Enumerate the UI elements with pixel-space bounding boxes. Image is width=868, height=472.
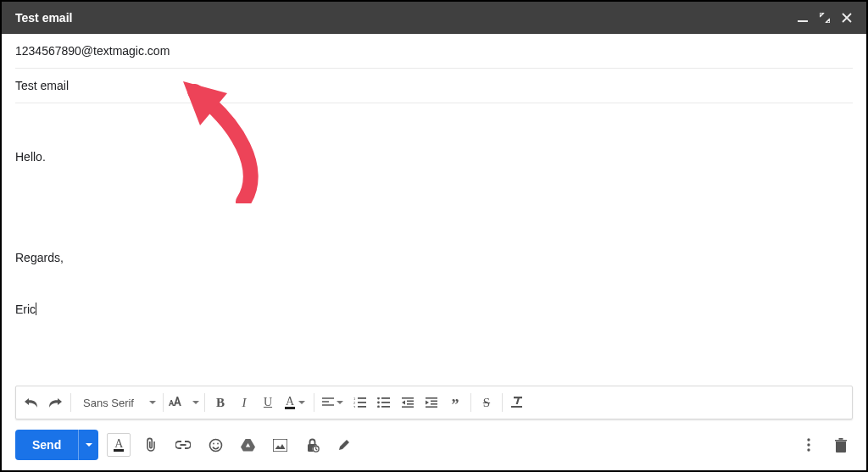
svg-point-30 [807,443,810,446]
separator [163,393,164,412]
svg-rect-15 [407,403,414,405]
numbered-list-icon[interactable]: 123 [348,391,372,414]
send-button-group: Send [15,430,98,460]
svg-point-31 [807,448,810,451]
formatting-toolbar: Sans Serif B I U A 123 [15,386,853,419]
indent-less-icon[interactable] [396,391,420,414]
window-title: Test email [15,11,790,25]
text-caret [36,303,36,315]
svg-rect-13 [402,397,414,399]
svg-rect-1 [358,397,366,399]
titlebar: Test email [2,2,866,34]
svg-rect-19 [431,403,437,405]
compose-window: Test email 1234567890@textmagic.com Test… [2,2,866,470]
svg-rect-10 [381,397,390,399]
italic-icon[interactable]: I [232,391,256,414]
body-line: Hello. [15,148,853,165]
font-family-label: Sans Serif [83,397,134,409]
svg-rect-17 [426,397,437,399]
separator [204,393,205,412]
insert-emoji-icon[interactable] [203,433,227,457]
svg-rect-25 [273,439,287,452]
bulleted-list-icon[interactable] [372,391,396,414]
svg-rect-14 [407,401,414,403]
formatting-toggle-icon[interactable]: A [107,433,131,457]
expand-icon[interactable] [815,8,834,27]
svg-point-24 [217,442,219,444]
remove-formatting-icon[interactable] [506,391,530,414]
font-family-select[interactable]: Sans Serif [75,391,159,414]
underline-icon[interactable]: U [256,391,280,414]
font-size-button[interactable] [167,391,201,414]
separator [502,393,503,412]
subject-field[interactable]: Test email [15,69,853,103]
send-more-button[interactable] [78,430,98,460]
body-line: Eric [15,303,36,316]
svg-rect-20 [426,406,437,408]
recipient-value: 1234567890@textmagic.com [15,44,170,58]
chevron-down-icon [298,401,305,404]
strikethrough-icon[interactable]: S [475,391,498,414]
chevron-down-icon [192,401,199,404]
bold-icon[interactable]: B [209,391,232,414]
recipient-field[interactable]: 1234567890@textmagic.com [15,34,853,69]
svg-rect-16 [402,406,414,408]
svg-point-9 [378,406,381,408]
indent-more-icon[interactable] [420,391,443,414]
svg-rect-3 [358,406,366,408]
minimize-icon[interactable] [793,8,812,27]
send-button[interactable]: Send [15,430,78,460]
chevron-down-icon [86,443,92,447]
confidential-mode-icon[interactable] [300,433,324,457]
text-color-button[interactable]: A [280,391,310,414]
bottom-action-bar: Send A [2,426,866,470]
svg-rect-0 [798,20,808,22]
svg-point-8 [378,402,381,404]
svg-point-7 [378,397,381,399]
svg-rect-18 [431,401,437,403]
svg-point-23 [213,442,214,444]
svg-point-29 [807,438,810,441]
insert-signature-icon[interactable] [332,433,356,457]
svg-rect-2 [358,402,366,403]
svg-rect-11 [381,402,390,403]
chevron-down-icon [149,401,156,404]
discard-draft-icon[interactable] [829,433,853,457]
separator [314,393,314,412]
close-icon[interactable] [837,8,856,27]
svg-text:3: 3 [353,405,356,408]
attach-file-icon[interactable] [139,433,163,457]
compose-content: 1234567890@textmagic.com Test email Hell… [2,34,866,386]
insert-link-icon[interactable] [171,433,195,457]
quote-icon[interactable]: ” [443,391,467,414]
more-options-icon[interactable] [797,433,821,457]
svg-rect-21 [511,406,522,408]
redo-icon[interactable] [43,391,67,414]
separator [70,393,71,412]
body-line: Regards, [15,249,853,266]
align-button[interactable] [318,391,348,414]
chevron-down-icon [337,401,343,404]
separator [470,393,471,412]
insert-drive-icon[interactable] [236,433,259,457]
message-body[interactable]: Hello. Regards, Eric [15,103,853,386]
undo-icon[interactable] [19,391,43,414]
svg-rect-12 [381,406,390,408]
insert-photo-icon[interactable] [268,433,292,457]
subject-value: Test email [15,79,69,92]
